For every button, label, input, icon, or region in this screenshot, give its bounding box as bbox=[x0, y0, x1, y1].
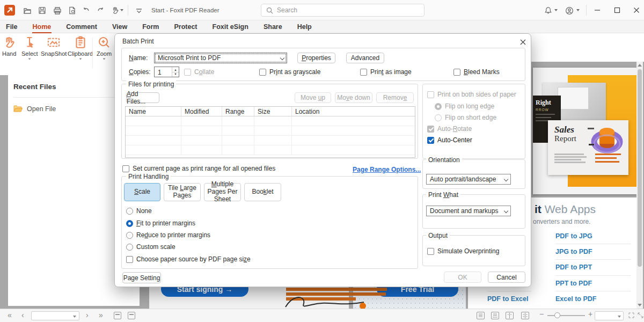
zoom-dropdown-caret[interactable] bbox=[103, 58, 106, 60]
menu-form[interactable]: Form bbox=[142, 21, 159, 32]
continuous-facing-view-icon[interactable] bbox=[521, 312, 529, 319]
account-icon[interactable] bbox=[565, 6, 574, 15]
radio-custom-scale[interactable]: Custom scale bbox=[126, 243, 175, 251]
tab-multiple-pages-per-sheet[interactable]: Multiple Pages Per Sheet bbox=[204, 183, 241, 201]
page-setting-button[interactable]: Page Setting bbox=[122, 272, 161, 283]
print-icon[interactable] bbox=[53, 6, 62, 15]
menu-comment[interactable]: Comment bbox=[65, 21, 98, 32]
select-dropdown-caret[interactable] bbox=[28, 58, 31, 60]
account-caret[interactable] bbox=[576, 9, 580, 11]
printer-name-select[interactable]: Microsoft Print to PDF bbox=[154, 53, 287, 63]
single-page-view-icon[interactable] bbox=[477, 312, 485, 319]
menu-file[interactable]: File bbox=[5, 21, 18, 32]
hand-tool-dropdown-caret[interactable] bbox=[120, 9, 123, 11]
auto-center-checkbox[interactable]: Auto-Center bbox=[427, 136, 472, 144]
zoom-slider-handle[interactable] bbox=[554, 312, 560, 318]
menu-home[interactable]: Home bbox=[32, 21, 52, 32]
files-table[interactable]: Name Modified Range Size Location bbox=[125, 106, 415, 158]
simulate-overprinting-checkbox[interactable]: Simulate Overprinting bbox=[427, 247, 499, 255]
search-input[interactable]: Search bbox=[261, 4, 425, 17]
maximize-button[interactable] bbox=[612, 5, 623, 16]
batch-print-dialog: Batch Print Name: Microsoft Print to PDF… bbox=[114, 33, 531, 287]
snapshot-tool-button[interactable]: SnapShot bbox=[41, 35, 67, 57]
scrollbar-thumb[interactable] bbox=[638, 69, 642, 267]
stepper-down-icon[interactable]: ▼ bbox=[172, 71, 179, 77]
last-page-button[interactable]: » bbox=[99, 311, 103, 319]
link-jpg-to-pdf[interactable]: JPG to PDF bbox=[555, 248, 592, 255]
notifications-bell-icon[interactable] bbox=[544, 6, 553, 15]
menu-foxit-esign[interactable]: Foxit eSign bbox=[212, 21, 249, 32]
fit-page-icon[interactable] bbox=[628, 312, 635, 320]
orientation-select[interactable]: Auto portrait/landscape bbox=[426, 174, 511, 185]
col-name[interactable]: Name bbox=[126, 107, 181, 116]
first-page-button[interactable]: « bbox=[8, 311, 12, 319]
properties-button[interactable]: Properties bbox=[297, 53, 335, 63]
document-preview[interactable]: Right RROW Sales Report bbox=[533, 68, 636, 194]
continuous-view-icon[interactable] bbox=[491, 312, 499, 319]
radio-none[interactable]: None bbox=[126, 207, 152, 215]
create-pdf-icon[interactable] bbox=[68, 6, 77, 15]
link-ppt-to-pdf[interactable]: PPT to PDF bbox=[555, 280, 592, 287]
clipboard-tool-button[interactable]: Clipboard bbox=[68, 35, 93, 60]
fullscreen-icon[interactable] bbox=[637, 312, 644, 320]
menu-view[interactable]: View bbox=[112, 21, 128, 32]
select-tool-button[interactable]: Select bbox=[21, 35, 38, 60]
notifications-caret[interactable] bbox=[554, 9, 558, 11]
page-select-caret[interactable] bbox=[73, 316, 76, 318]
zoom-out-button[interactable]: − bbox=[539, 310, 544, 318]
hand-tool-button[interactable]: Hand bbox=[2, 35, 16, 57]
copies-stepper[interactable]: 1 ▲ ▼ bbox=[154, 67, 179, 77]
hand-tool-icon[interactable] bbox=[111, 6, 120, 15]
print-what-select[interactable]: Document and markups bbox=[426, 206, 511, 216]
choose-paper-source-checkbox[interactable]: Choose paper source by PDF page size bbox=[126, 255, 251, 263]
next-page-button[interactable]: › bbox=[86, 311, 89, 319]
zoom-tool-button[interactable]: Zoom bbox=[97, 35, 112, 60]
scroll-up-arrow[interactable] bbox=[638, 64, 642, 67]
undo-icon[interactable] bbox=[82, 6, 91, 15]
col-size[interactable]: Size bbox=[254, 107, 292, 116]
col-location[interactable]: Location bbox=[292, 107, 415, 116]
menu-protect[interactable]: Protect bbox=[173, 21, 197, 32]
zoom-select-caret[interactable] bbox=[618, 316, 621, 318]
link-excel-to-pdf[interactable]: Excel to PDF bbox=[555, 295, 596, 303]
zoom-in-button[interactable]: + bbox=[588, 310, 592, 318]
rotate-left-icon[interactable] bbox=[114, 312, 121, 319]
page-range-options-link[interactable]: Page Range Options... bbox=[353, 166, 421, 173]
ok-button: OK bbox=[444, 272, 481, 283]
link-pdf-to-jpg[interactable]: PDF to JPG bbox=[555, 232, 592, 240]
scroll-down-arrow[interactable] bbox=[638, 304, 642, 306]
print-as-grayscale-checkbox[interactable]: Print as grayscale bbox=[259, 68, 320, 76]
zoom-level-select[interactable] bbox=[595, 311, 624, 320]
set-current-page-checkbox[interactable]: Set current page as print range for all … bbox=[122, 165, 275, 172]
open-file-icon[interactable] bbox=[23, 6, 32, 15]
close-window-button[interactable] bbox=[631, 5, 642, 16]
redo-icon[interactable] bbox=[96, 6, 105, 15]
link-pdf-to-excel[interactable]: PDF to Excel bbox=[487, 295, 528, 303]
page-number-input[interactable] bbox=[31, 311, 79, 320]
radio-reduce-to-printer-margins[interactable]: Reduce to printer margins bbox=[126, 231, 210, 239]
rotate-right-icon[interactable] bbox=[128, 312, 135, 319]
facing-view-icon[interactable] bbox=[506, 312, 514, 319]
advanced-button[interactable]: Advanced bbox=[346, 53, 384, 63]
col-modified[interactable]: Modified bbox=[181, 107, 222, 116]
vertical-scrollbar[interactable] bbox=[636, 62, 643, 309]
menu-share[interactable]: Share bbox=[263, 21, 283, 32]
tab-scale[interactable]: Scale bbox=[124, 183, 160, 201]
zoom-slider-track[interactable] bbox=[547, 315, 585, 316]
link-pdf-to-ppt[interactable]: PDF to PPT bbox=[555, 264, 592, 271]
save-icon[interactable] bbox=[38, 6, 47, 15]
minimize-button[interactable] bbox=[592, 5, 603, 16]
menu-help[interactable]: Help bbox=[297, 21, 312, 32]
clipboard-dropdown-caret[interactable] bbox=[79, 58, 82, 60]
previous-page-button[interactable]: ‹ bbox=[21, 311, 24, 319]
radio-fit-to-printer-margins[interactable]: Fit to printer margins bbox=[126, 219, 195, 227]
bleed-marks-checkbox[interactable]: Bleed Marks bbox=[453, 68, 500, 76]
collapse-ribbon-icon[interactable] bbox=[134, 6, 143, 15]
tab-booklet[interactable]: Booklet bbox=[244, 183, 281, 201]
dialog-close-icon[interactable] bbox=[517, 36, 528, 47]
col-range[interactable]: Range bbox=[222, 107, 254, 116]
cancel-button[interactable]: Cancel bbox=[488, 272, 525, 283]
tab-tile-large-pages[interactable]: Tile Large Pages bbox=[164, 183, 201, 201]
print-as-image-checkbox[interactable]: Print as image bbox=[360, 68, 412, 76]
add-files-button[interactable]: Add Files... bbox=[126, 92, 159, 103]
